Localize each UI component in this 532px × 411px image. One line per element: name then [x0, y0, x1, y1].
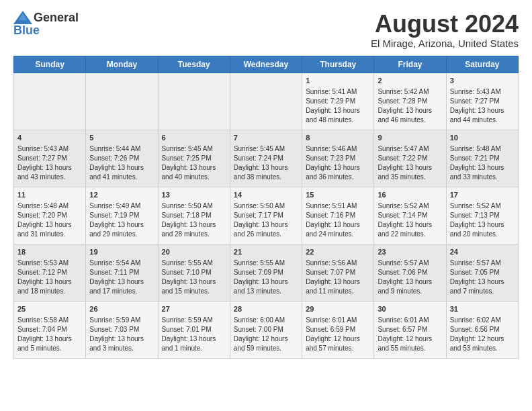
sunset-text: Sunset: 7:14 PM — [378, 212, 427, 219]
day-number: 29 — [306, 304, 370, 314]
cell-w3-d6: 17Sunrise: 5:52 AMSunset: 7:13 PMDayligh… — [446, 187, 518, 244]
sunrise-text: Sunrise: 5:53 AM — [17, 259, 69, 267]
day-number: 15 — [306, 190, 370, 200]
header-row: Sunday Monday Tuesday Wednesday Thursday… — [14, 56, 519, 73]
sunset-text: Sunset: 7:20 PM — [17, 212, 67, 219]
cell-w4-d1: 19Sunrise: 5:54 AMSunset: 7:11 PMDayligh… — [86, 244, 158, 301]
sunrise-text: Sunrise: 5:50 AM — [234, 202, 285, 210]
cell-w1-d6: 3Sunrise: 5:43 AMSunset: 7:27 PMDaylight… — [446, 73, 518, 130]
cell-w3-d1: 12Sunrise: 5:49 AMSunset: 7:19 PMDayligh… — [86, 187, 158, 244]
daylight-text: Daylight: 13 hours and 17 minutes. — [89, 278, 144, 295]
day-number: 11 — [17, 190, 82, 200]
sunset-text: Sunset: 7:06 PM — [378, 269, 427, 276]
cell-w3-d3: 14Sunrise: 5:50 AMSunset: 7:17 PMDayligh… — [230, 187, 302, 244]
sunset-text: Sunset: 7:17 PM — [234, 212, 283, 219]
daylight-text: Daylight: 13 hours and 38 minutes. — [234, 164, 288, 181]
day-number: 7 — [234, 133, 298, 143]
header-tuesday: Tuesday — [158, 56, 230, 73]
cell-w5-d2: 27Sunrise: 5:59 AMSunset: 7:01 PMDayligh… — [158, 301, 230, 358]
sunset-text: Sunset: 6:59 PM — [306, 326, 355, 333]
sunset-text: Sunset: 7:25 PM — [162, 154, 212, 162]
day-number: 26 — [89, 304, 154, 314]
sunset-text: Sunset: 7:09 PM — [234, 269, 283, 276]
day-number: 25 — [17, 304, 82, 314]
day-number: 24 — [450, 247, 515, 257]
cell-w2-d5: 9Sunrise: 5:47 AMSunset: 7:22 PMDaylight… — [374, 130, 446, 187]
day-number: 28 — [234, 304, 298, 314]
sunset-text: Sunset: 7:04 PM — [17, 326, 67, 333]
week-row-4: 18Sunrise: 5:53 AMSunset: 7:12 PMDayligh… — [14, 244, 519, 301]
cell-w1-d0 — [14, 73, 86, 130]
daylight-text: Daylight: 12 hours and 57 minutes. — [306, 335, 360, 352]
sunset-text: Sunset: 7:21 PM — [450, 154, 500, 162]
sunrise-text: Sunrise: 5:52 AM — [378, 202, 429, 210]
cell-w5-d6: 31Sunrise: 6:02 AMSunset: 6:56 PMDayligh… — [446, 301, 518, 358]
daylight-text: Daylight: 13 hours and 31 minutes. — [17, 221, 72, 238]
logo: General Blue — [13, 11, 79, 36]
day-number: 17 — [450, 190, 515, 200]
sunset-text: Sunset: 6:56 PM — [450, 326, 500, 333]
daylight-text: Daylight: 13 hours and 5 minutes. — [17, 335, 72, 352]
daylight-text: Daylight: 12 hours and 53 minutes. — [450, 335, 504, 352]
cell-w2-d1: 5Sunrise: 5:44 AMSunset: 7:26 PMDaylight… — [86, 130, 158, 187]
sunset-text: Sunset: 7:07 PM — [306, 269, 355, 276]
sunrise-text: Sunrise: 5:52 AM — [450, 202, 501, 210]
header-saturday: Saturday — [446, 56, 518, 73]
sunrise-text: Sunrise: 5:48 AM — [450, 145, 501, 152]
sunrise-text: Sunrise: 6:01 AM — [378, 316, 429, 324]
sunset-text: Sunset: 7:03 PM — [89, 326, 139, 333]
calendar-body: 1Sunrise: 5:41 AMSunset: 7:29 PMDaylight… — [14, 73, 519, 358]
cell-w4-d2: 20Sunrise: 5:55 AMSunset: 7:10 PMDayligh… — [158, 244, 230, 301]
header-wednesday: Wednesday — [230, 56, 302, 73]
day-number: 12 — [89, 190, 154, 200]
day-number: 14 — [234, 190, 298, 200]
sunrise-text: Sunrise: 5:57 AM — [378, 259, 429, 267]
day-number: 5 — [89, 133, 154, 143]
sunrise-text: Sunrise: 5:43 AM — [450, 88, 501, 95]
sunset-text: Sunset: 7:26 PM — [89, 154, 139, 162]
day-number: 2 — [378, 76, 442, 86]
cell-w4-d6: 24Sunrise: 5:57 AMSunset: 7:05 PMDayligh… — [446, 244, 518, 301]
daylight-text: Daylight: 13 hours and 22 minutes. — [378, 221, 432, 238]
cell-w4-d4: 22Sunrise: 5:56 AMSunset: 7:07 PMDayligh… — [302, 244, 374, 301]
daylight-text: Daylight: 13 hours and 11 minutes. — [306, 278, 360, 295]
cell-w2-d2: 6Sunrise: 5:45 AMSunset: 7:25 PMDaylight… — [158, 130, 230, 187]
daylight-text: Daylight: 13 hours and 36 minutes. — [306, 164, 360, 181]
cell-w4-d5: 23Sunrise: 5:57 AMSunset: 7:06 PMDayligh… — [374, 244, 446, 301]
sunset-text: Sunset: 7:29 PM — [306, 97, 355, 105]
header-sunday: Sunday — [14, 56, 86, 73]
week-row-3: 11Sunrise: 5:48 AMSunset: 7:20 PMDayligh… — [14, 187, 519, 244]
cell-w3-d5: 16Sunrise: 5:52 AMSunset: 7:14 PMDayligh… — [374, 187, 446, 244]
sunrise-text: Sunrise: 5:55 AM — [234, 259, 285, 267]
sunrise-text: Sunrise: 5:44 AM — [89, 145, 140, 152]
daylight-text: Daylight: 13 hours and 35 minutes. — [378, 164, 432, 181]
day-number: 22 — [306, 247, 370, 257]
title-area: August 2024 El Mirage, Arizona, United S… — [371, 11, 519, 49]
calendar-table: Sunday Monday Tuesday Wednesday Thursday… — [13, 56, 519, 359]
cell-w5-d3: 28Sunrise: 6:00 AMSunset: 7:00 PMDayligh… — [230, 301, 302, 358]
sunset-text: Sunset: 7:05 PM — [450, 269, 500, 276]
sunset-text: Sunset: 7:24 PM — [234, 154, 283, 162]
daylight-text: Daylight: 13 hours and 20 minutes. — [450, 221, 504, 238]
sunrise-text: Sunrise: 5:48 AM — [17, 202, 69, 210]
cell-w3-d4: 15Sunrise: 5:51 AMSunset: 7:16 PMDayligh… — [302, 187, 374, 244]
sunrise-text: Sunrise: 5:45 AM — [162, 145, 213, 152]
sunset-text: Sunset: 7:27 PM — [17, 154, 67, 162]
daylight-text: Daylight: 13 hours and 9 minutes. — [378, 278, 432, 295]
daylight-text: Daylight: 13 hours and 43 minutes. — [17, 164, 72, 181]
day-number: 16 — [378, 190, 442, 200]
sunrise-text: Sunrise: 5:43 AM — [17, 145, 69, 152]
sunrise-text: Sunrise: 5:57 AM — [450, 259, 501, 267]
cell-w5-d0: 25Sunrise: 5:58 AMSunset: 7:04 PMDayligh… — [14, 301, 86, 358]
sunrise-text: Sunrise: 5:47 AM — [378, 145, 429, 152]
week-row-5: 25Sunrise: 5:58 AMSunset: 7:04 PMDayligh… — [14, 301, 519, 358]
day-number: 20 — [162, 247, 226, 257]
daylight-text: Daylight: 13 hours and 41 minutes. — [89, 164, 144, 181]
daylight-text: Daylight: 13 hours and 44 minutes. — [450, 107, 504, 124]
cell-w3-d2: 13Sunrise: 5:50 AMSunset: 7:18 PMDayligh… — [158, 187, 230, 244]
cell-w3-d0: 11Sunrise: 5:48 AMSunset: 7:20 PMDayligh… — [14, 187, 86, 244]
sunrise-text: Sunrise: 5:58 AM — [17, 316, 69, 324]
sunrise-text: Sunrise: 5:56 AM — [306, 259, 357, 267]
day-number: 23 — [378, 247, 442, 257]
sunset-text: Sunset: 7:01 PM — [162, 326, 212, 333]
